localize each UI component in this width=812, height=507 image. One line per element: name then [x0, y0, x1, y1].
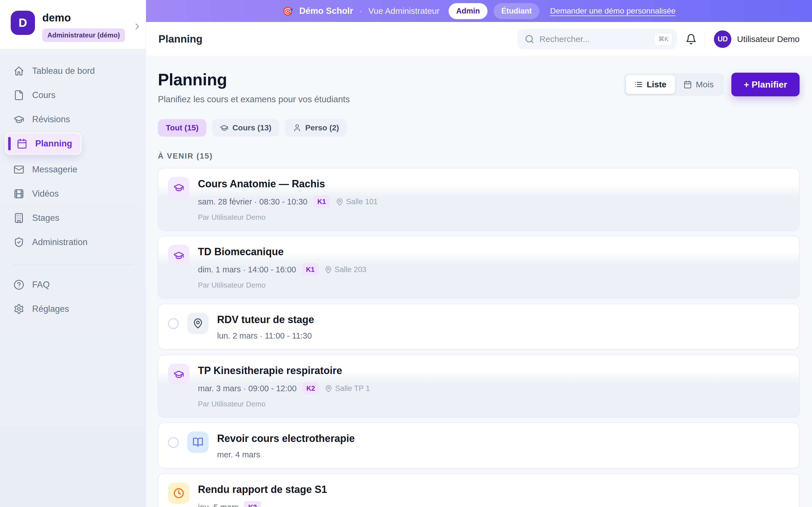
- filter-chip[interactable]: Tout (15): [158, 119, 206, 136]
- event-datetime: dim. 1 mars · 14:00 - 16:00: [198, 265, 296, 274]
- user-name: Utilisateur Demo: [737, 34, 800, 44]
- sidebar-item-label: Planning: [35, 138, 72, 149]
- sidebar-item-label: Vidéos: [32, 189, 59, 199]
- event-title: RDV tuteur de stage: [217, 314, 314, 326]
- avatar: D: [11, 11, 35, 35]
- view-label: Vue Administrateur: [368, 6, 440, 16]
- view-toggle: Liste Mois: [624, 73, 724, 96]
- sidebar-item-messagerie[interactable]: Messagerie: [5, 159, 86, 180]
- event-card[interactable]: RDV tuteur de stage lun. 2 mars · 11:00 …: [158, 304, 800, 349]
- request-demo-link[interactable]: Demander une démo personnalisée: [550, 6, 675, 15]
- list-icon: [635, 80, 643, 89]
- event-meta: sam. 28 février · 08:30 - 10:30 K1 Salle…: [198, 195, 378, 208]
- page-subtitle: Planifiez les cours et examens pour vos …: [158, 94, 350, 105]
- plan-event-button[interactable]: + Planifier: [731, 73, 800, 96]
- event-title: Cours Anatomie — Rachis: [198, 178, 378, 190]
- user-menu[interactable]: UD Utilisateur Demo: [714, 31, 800, 48]
- search-input[interactable]: Rechercher... ⌘K: [517, 29, 677, 49]
- event-datetime: sam. 28 février · 08:30 - 10:30: [198, 197, 307, 207]
- event-meta: lun. 2 mars · 11:00 - 11:30: [217, 331, 314, 341]
- event-card[interactable]: TP Kinesitherapie respiratoire mar. 3 ma…: [158, 355, 800, 417]
- sidebar-item-tableau-de-bord[interactable]: Tableau de bord: [5, 60, 103, 82]
- event-type-icon: [168, 245, 190, 266]
- event-location: Salle TP 1: [325, 384, 370, 393]
- view-toggle-list[interactable]: Liste: [626, 75, 675, 94]
- sidebar-item-faq[interactable]: FAQ: [5, 274, 58, 296]
- page-head: Planning Planifiez les cours et examens …: [158, 71, 800, 105]
- sidebar-item-label: Stages: [32, 213, 59, 223]
- event-author: Par Utilisateur Demo: [198, 400, 370, 408]
- sidebar-user-card: D demo Administrateur (démo): [0, 0, 146, 49]
- event-card[interactable]: Cours Anatomie — Rachis sam. 28 février …: [158, 168, 800, 231]
- event-checkbox[interactable]: [168, 318, 179, 329]
- sidebar-item-icon: [13, 114, 24, 125]
- event-author: Par Utilisateur Demo: [198, 213, 378, 222]
- app-header: Planning Rechercher... ⌘K UD Utilisateur…: [146, 22, 812, 56]
- search-shortcut-kbd: ⌘K: [654, 33, 673, 46]
- event-location-label: Salle 203: [335, 265, 366, 274]
- sidebar-item-r-visions[interactable]: Révisions: [5, 108, 79, 130]
- filter-chip-icon: [293, 124, 301, 132]
- user-avatar: UD: [714, 31, 731, 48]
- target-logo-icon: 🎯: [283, 6, 293, 16]
- event-body: Revoir cours electrotherapie mer. 4 mars: [217, 432, 355, 459]
- section-heading: À VENIR (15): [158, 152, 800, 161]
- event-location-label: Salle 101: [346, 198, 378, 206]
- sidebar-item-label: FAQ: [32, 280, 50, 290]
- sidebar-item-r-glages[interactable]: Réglages: [5, 298, 78, 320]
- event-body: Cours Anatomie — Rachis sam. 28 février …: [198, 177, 378, 222]
- event-title: TD Biomecanique: [198, 246, 366, 258]
- view-list-label: Liste: [647, 80, 666, 89]
- event-type-icon: [187, 313, 209, 334]
- filter-chip-label: Perso (2): [305, 123, 339, 132]
- sidebar-item-icon: [13, 90, 24, 101]
- sidebar-item-icon: [13, 237, 24, 247]
- event-body: TP Kinesitherapie respiratoire mar. 3 ma…: [198, 363, 370, 408]
- brand-name: Démo Scholr: [299, 6, 353, 16]
- event-group-badge: K2: [302, 382, 319, 395]
- event-card[interactable]: Rendu rapport de stage S1 jeu. 5 mars K3…: [158, 473, 800, 507]
- event-author: Par Utilisateur Demo: [198, 281, 366, 290]
- search-placeholder: Rechercher...: [539, 34, 649, 44]
- sidebar-item-administration[interactable]: Administration: [5, 231, 96, 253]
- filter-chip-label: Cours (13): [232, 123, 271, 132]
- planning-page: Planning Planifiez les cours et examens …: [146, 56, 812, 507]
- filter-chips: Tout (15) Cours (13) Perso (2): [158, 119, 800, 136]
- sidebar-collapse-button[interactable]: [132, 20, 142, 33]
- event-location: Salle 101: [336, 198, 378, 206]
- notifications-button[interactable]: [686, 34, 697, 45]
- view-toggle-month[interactable]: Mois: [675, 75, 722, 94]
- sidebar: D demo Administrateur (démo) Tableau de …: [0, 0, 146, 507]
- student-view-tab[interactable]: Étudiant: [494, 3, 539, 19]
- sidebar-item-icon: [13, 66, 24, 76]
- event-card[interactable]: Revoir cours electrotherapie mer. 4 mars: [158, 422, 800, 468]
- event-type-icon: [168, 363, 190, 385]
- map-pin-icon: [324, 266, 332, 274]
- admin-view-tab[interactable]: Admin: [449, 3, 488, 19]
- separator-dot: ·: [359, 6, 362, 16]
- event-location: Salle 203: [324, 265, 366, 274]
- sidebar-item-label: Réglages: [32, 304, 69, 314]
- sidebar-item-planning[interactable]: Planning: [5, 133, 82, 155]
- event-group-badge: K3: [244, 501, 261, 507]
- sidebar-item-cours[interactable]: Cours: [5, 84, 64, 106]
- sidebar-item-vid-os[interactable]: Vidéos: [5, 183, 67, 205]
- event-title: Revoir cours electrotherapie: [217, 433, 355, 445]
- page-actions: Liste Mois + Planifier: [624, 73, 800, 96]
- event-card[interactable]: TD Biomecanique dim. 1 mars · 14:00 - 16…: [158, 236, 800, 298]
- sidebar-item-label: Révisions: [32, 114, 70, 124]
- search-icon: [525, 34, 534, 44]
- page-title: Planning: [158, 71, 350, 88]
- filter-chip[interactable]: Cours (13): [212, 119, 279, 136]
- event-datetime: mer. 4 mars: [217, 450, 260, 459]
- event-title: Rendu rapport de stage S1: [198, 484, 327, 496]
- event-datetime: mar. 3 mars · 09:00 - 12:00: [198, 384, 297, 393]
- map-pin-icon: [336, 198, 343, 206]
- sidebar-item-icon: [17, 138, 28, 149]
- workspace-name: demo: [42, 12, 125, 24]
- sidebar-item-stages[interactable]: Stages: [5, 207, 68, 229]
- sidebar-item-label: Messagerie: [32, 165, 77, 175]
- page-head-text: Planning Planifiez les cours et examens …: [158, 71, 350, 105]
- event-checkbox[interactable]: [168, 437, 179, 448]
- filter-chip[interactable]: Perso (2): [285, 119, 347, 136]
